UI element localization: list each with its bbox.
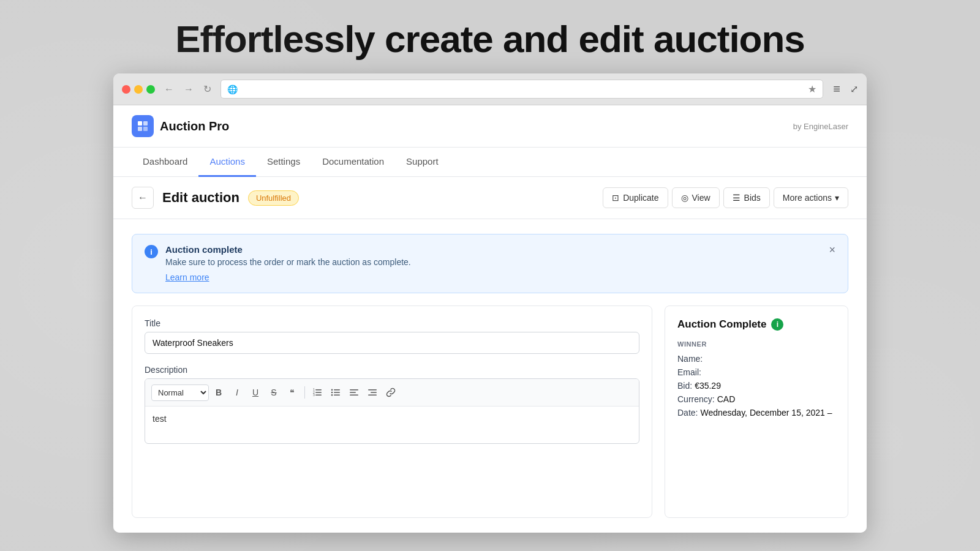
sidebar-title: Auction Complete i (677, 318, 835, 331)
view-button[interactable]: ◎ View (672, 187, 720, 208)
description-label: Description (145, 365, 639, 375)
close-traffic-light[interactable] (122, 85, 130, 94)
svg-rect-3 (143, 127, 148, 131)
align-left-button[interactable] (345, 384, 363, 401)
strikethrough-button[interactable]: S (265, 384, 282, 401)
toolbar-actions: ⊡ Duplicate ◎ View ☰ Bids More actions ▾ (603, 187, 848, 208)
browser-window: ← → ↻ 🌐 ★ ≡ ⤢ (113, 73, 867, 533)
globe-icon: 🌐 (227, 84, 238, 94)
alert-body: Make sure to process the order or mark t… (165, 257, 821, 267)
app-content: Auction Pro by EngineLaser Dashboard Auc… (113, 105, 867, 533)
app-header: Auction Pro by EngineLaser (113, 105, 867, 148)
winner-currency-row: Currency: CAD (677, 394, 835, 404)
duplicate-button[interactable]: ⊡ Duplicate (603, 187, 668, 208)
minimize-traffic-light[interactable] (134, 85, 143, 94)
format-select[interactable]: Normal Heading 1 Heading 2 Heading 3 (151, 384, 209, 401)
alert-title: Auction complete (165, 244, 821, 255)
back-button[interactable]: ← (132, 187, 154, 209)
align-right-button[interactable] (364, 384, 381, 401)
title-field-group: Title (145, 318, 639, 354)
link-button[interactable] (382, 384, 399, 401)
bids-button[interactable]: ☰ Bids (723, 187, 770, 208)
description-field-group: Description Normal Heading 1 Heading 2 H… (145, 365, 639, 444)
two-column-layout: Title Description Normal Heading 1 Headi… (132, 305, 848, 518)
browser-chrome: ← → ↻ 🌐 ★ ≡ ⤢ (113, 73, 867, 105)
toolbar-separator-1 (304, 386, 305, 399)
address-input[interactable] (241, 84, 804, 94)
unordered-list-button[interactable] (327, 384, 344, 401)
svg-rect-1 (143, 121, 148, 126)
sidebar-info-icon: i (771, 318, 783, 331)
svg-rect-0 (138, 121, 142, 126)
duplicate-icon: ⊡ (612, 193, 619, 203)
bookmark-button[interactable]: ★ (808, 83, 816, 95)
chevron-down-icon: ▾ (835, 193, 839, 203)
alert-content: Auction complete Make sure to process th… (165, 244, 821, 283)
nav-tabs: Dashboard Auctions Settings Documentatio… (113, 148, 867, 177)
sidebar-column: Auction Complete i WINNER Name: Email: (665, 305, 848, 518)
alert-info-icon: i (145, 245, 158, 258)
tab-dashboard[interactable]: Dashboard (132, 148, 198, 177)
page-toolbar: ← Edit auction Unfulfilled ⊡ Duplicate ◎… (113, 177, 867, 219)
page-heading: Effortlessly create and edit auctions (0, 0, 980, 75)
svg-rect-5 (315, 392, 322, 393)
tab-documentation[interactable]: Documentation (311, 148, 395, 177)
ordered-list-button[interactable]: 123 (309, 384, 326, 401)
svg-point-13 (331, 389, 333, 391)
editor-toolbar: Normal Heading 1 Heading 2 Heading 3 B I… (145, 379, 639, 407)
alert-banner: i Auction complete Make sure to process … (132, 234, 848, 293)
address-bar[interactable]: 🌐 ★ (221, 80, 823, 99)
back-nav-button[interactable]: ← (161, 83, 177, 96)
underline-button[interactable]: U (247, 384, 264, 401)
svg-rect-6 (315, 395, 322, 396)
svg-rect-2 (138, 127, 142, 131)
refresh-nav-button[interactable]: ↻ (200, 82, 214, 96)
svg-rect-19 (368, 389, 377, 391)
expand-window-button[interactable]: ⤢ (850, 83, 858, 95)
tab-settings[interactable]: Settings (256, 148, 311, 177)
svg-rect-18 (350, 395, 358, 396)
winner-date-row: Date: Wednesday, December 15, 2021 – (677, 408, 835, 418)
expand-traffic-light[interactable] (146, 85, 155, 94)
main-content: i Auction complete Make sure to process … (113, 219, 867, 533)
svg-point-15 (331, 394, 333, 396)
forward-nav-button[interactable]: → (181, 83, 197, 96)
page-title: Edit auction (162, 190, 239, 206)
svg-text:3: 3 (313, 393, 315, 397)
bold-button[interactable]: B (210, 384, 227, 401)
svg-rect-12 (334, 395, 340, 396)
svg-rect-21 (368, 395, 377, 396)
alert-close-button[interactable]: × (829, 244, 835, 255)
description-editor: Normal Heading 1 Heading 2 Heading 3 B I… (145, 378, 639, 444)
svg-rect-17 (350, 392, 356, 393)
svg-rect-10 (334, 389, 340, 391)
svg-rect-4 (315, 389, 322, 391)
svg-rect-20 (371, 392, 377, 393)
browser-menu-button[interactable]: ≡ (829, 81, 844, 97)
form-column: Title Description Normal Heading 1 Headi… (132, 305, 652, 518)
italic-button[interactable]: I (228, 384, 246, 401)
blockquote-button[interactable]: ❝ (284, 384, 301, 401)
svg-rect-11 (334, 392, 340, 393)
description-editor-body[interactable]: test (145, 407, 639, 443)
tab-support[interactable]: Support (395, 148, 450, 177)
traffic-lights (122, 85, 155, 94)
svg-rect-16 (350, 389, 358, 391)
app-name: Auction Pro (160, 119, 229, 133)
app-logo: Auction Pro (132, 115, 229, 137)
winner-email-row: Email: (677, 367, 835, 377)
svg-point-14 (331, 392, 333, 394)
logo-icon (132, 115, 154, 137)
winner-name-row: Name: (677, 354, 835, 364)
bids-icon: ☰ (733, 193, 741, 203)
app-by: by EngineLaser (793, 122, 848, 131)
winner-label: WINNER (677, 340, 835, 348)
winner-bid-row: Bid: €35.29 (677, 381, 835, 391)
view-icon: ◎ (681, 193, 688, 203)
learn-more-link[interactable]: Learn more (165, 272, 209, 282)
browser-navigation: ← → ↻ (161, 82, 214, 96)
title-label: Title (145, 318, 639, 328)
tab-auctions[interactable]: Auctions (198, 148, 256, 177)
more-actions-button[interactable]: More actions ▾ (774, 187, 848, 208)
title-input[interactable] (145, 332, 639, 354)
